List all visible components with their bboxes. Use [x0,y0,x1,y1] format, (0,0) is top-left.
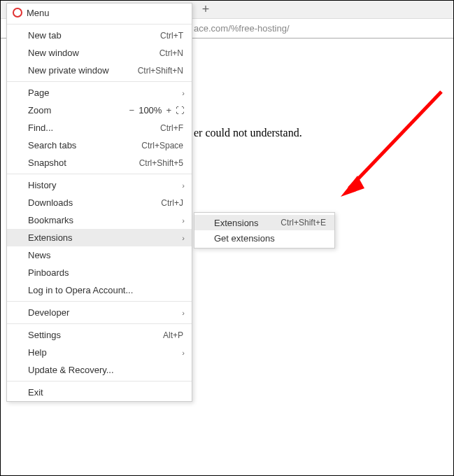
menu-shortcut: Ctrl+T [160,31,183,41]
menu-item-search-tabs[interactable]: Search tabs Ctrl+Space [7,136,192,154]
url-text: ace.com/%free-hosting/ [194,23,290,34]
menu-label: Help [28,347,183,358]
menu-label: Log in to Opera Account... [28,285,183,295]
menu-shortcut: Ctrl+N [159,48,183,58]
menu-item-news[interactable]: News [7,246,192,264]
menu-title: Menu [27,8,50,18]
menu-label: Pinboards [28,267,183,278]
new-tab-button[interactable]: + [197,1,215,19]
chevron-right-icon: › [182,349,185,357]
menu-item-settings[interactable]: Settings Alt+P [7,326,192,344]
menu-item-snapshot[interactable]: Snapshot Ctrl+Shift+5 [7,154,192,172]
menu-header[interactable]: Menu [7,4,192,22]
zoom-in-button[interactable]: + [166,105,171,115]
menu-item-extensions[interactable]: Extensions › [7,229,192,246]
menu-separator [7,81,192,82]
menu-item-login[interactable]: Log in to Opera Account... [7,281,192,299]
menu-label: Extensions [28,232,183,243]
chevron-right-icon: › [182,216,185,225]
menu-shortcut: Alt+P [163,330,183,340]
menu-item-exit[interactable]: Exit [7,384,192,401]
menu-label: News [28,250,183,260]
zoom-controls: − 100% + ⛶ [129,105,183,115]
menu-item-history[interactable]: History › [7,176,192,194]
chevron-right-icon: › [182,234,185,242]
menu-separator [7,24,192,24]
menu-label: Zoom [28,105,129,115]
chevron-right-icon: › [182,89,185,97]
menu-item-find[interactable]: Find... Ctrl+F [7,119,192,136]
menu-label: Developer [28,307,183,318]
main-menu: Menu New tab Ctrl+T New window Ctrl+N Ne… [6,3,192,402]
menu-item-zoom[interactable]: Zoom − 100% + ⛶ [7,102,192,119]
menu-shortcut: Ctrl+Shift+5 [139,158,183,168]
chevron-right-icon: › [182,181,185,190]
zoom-value: 100% [139,105,162,115]
opera-icon [13,8,22,18]
menu-item-help[interactable]: Help › [7,344,192,361]
menu-label: Exit [28,387,183,398]
menu-item-new-tab[interactable]: New tab Ctrl+T [7,27,192,44]
menu-label: New tab [28,30,160,41]
submenu-item-extensions[interactable]: Extensions Ctrl+Shift+E [194,215,334,230]
extensions-submenu: Extensions Ctrl+Shift+E Get extensions [194,212,335,248]
menu-item-new-private-window[interactable]: New private window Ctrl+Shift+N [7,62,192,79]
menu-label: Update & Recovery... [28,365,183,375]
menu-item-update-recovery[interactable]: Update & Recovery... [7,361,192,379]
menu-shortcut: Ctrl+Shift+N [138,66,183,76]
menu-shortcut: Ctrl+F [160,123,183,133]
annotation-arrow-icon [336,85,448,204]
menu-separator [7,323,192,324]
chevron-right-icon: › [182,309,185,317]
menu-separator [7,381,192,382]
menu-item-page[interactable]: Page › [7,84,192,102]
menu-separator [7,174,192,174]
menu-shortcut: Ctrl+Space [141,141,183,150]
menu-label: Search tabs [28,140,141,150]
menu-label: Snapshot [28,158,139,168]
menu-separator [7,301,192,302]
svg-marker-2 [341,176,364,197]
submenu-label: Get extensions [214,233,326,244]
menu-item-downloads[interactable]: Downloads Ctrl+J [7,194,192,211]
menu-label: New window [28,48,159,58]
submenu-shortcut: Ctrl+Shift+E [281,218,326,227]
svg-line-1 [349,92,441,188]
submenu-label: Extensions [214,218,281,228]
fullscreen-icon[interactable]: ⛶ [176,106,183,115]
page-error-text: er could not understand. [194,127,302,139]
menu-shortcut: Ctrl+J [161,198,183,208]
submenu-item-get-extensions[interactable]: Get extensions [194,230,334,246]
menu-label: Page [28,88,183,98]
menu-label: Bookmarks [28,215,183,225]
menu-label: History [28,180,183,190]
menu-item-new-window[interactable]: New window Ctrl+N [7,44,192,62]
menu-label: Downloads [28,197,161,208]
menu-item-developer[interactable]: Developer › [7,304,192,321]
menu-label: Settings [28,330,163,340]
menu-label: New private window [28,65,138,76]
zoom-out-button[interactable]: − [129,105,135,115]
menu-label: Find... [28,122,160,133]
menu-item-bookmarks[interactable]: Bookmarks › [7,211,192,229]
menu-item-pinboards[interactable]: Pinboards [7,264,192,281]
